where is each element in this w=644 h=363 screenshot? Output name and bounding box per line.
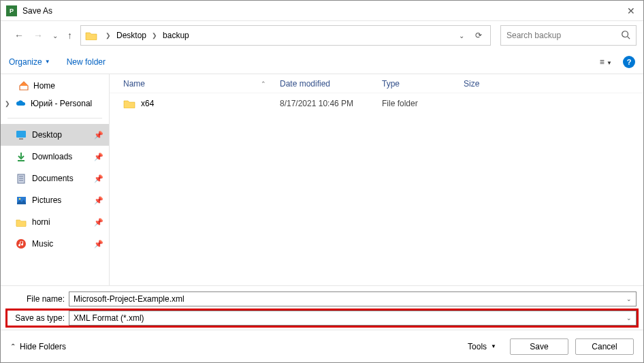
filename-label: File name: [7, 294, 69, 304]
svg-point-11 [16, 239, 26, 249]
separator [7, 118, 102, 119]
sidebar-item-desktop[interactable]: Desktop 📌 [1, 124, 109, 146]
tree-label: Home [33, 81, 105, 91]
app-icon: P [6, 5, 17, 16]
sidebar-item-downloads[interactable]: Downloads 📌 [1, 146, 109, 168]
main-area: Home ❯ Юрий - Personal Desktop 📌 Downloa… [1, 74, 643, 286]
save-form: File name: ⌄ Save as type: XML Format (*… [1, 286, 643, 330]
sidebar: Home ❯ Юрий - Personal Desktop 📌 Downloa… [1, 74, 110, 285]
sidebar-item-label: Pictures [32, 195, 88, 205]
breadcrumb-dropdown-icon[interactable]: ⌄ [459, 32, 464, 40]
view-options-icon[interactable]: ≡ ▼ [600, 57, 612, 67]
breadcrumb-part[interactable]: backup [160, 31, 192, 40]
hide-folders-button[interactable]: ⌃ Hide Folders [10, 342, 66, 351]
window-title: Save As [22, 6, 624, 16]
svg-rect-2 [16, 131, 26, 138]
refresh-icon[interactable]: ⟳ [475, 31, 482, 40]
tree-item-onedrive[interactable]: ❯ Юрий - Personal [1, 95, 109, 112]
column-name[interactable]: Name⌃ [123, 79, 280, 89]
onedrive-icon [16, 98, 27, 109]
svg-point-0 [622, 31, 628, 37]
sidebar-item-folder[interactable]: horni 📌 [1, 211, 109, 233]
filename-input[interactable] [74, 294, 626, 304]
breadcrumb[interactable]: ❯ Desktop ❯ backup ⌄ ⟳ [80, 25, 491, 46]
cancel-button[interactable]: Cancel [575, 338, 634, 355]
tools-menu[interactable]: Tools ▼ [468, 342, 496, 351]
file-pane: Name⌃ Date modified Type Size x64 8/17/2… [110, 74, 643, 285]
sidebar-item-pictures[interactable]: Pictures 📌 [1, 189, 109, 211]
chevron-right-icon[interactable]: ❯ [5, 100, 12, 107]
nav-bar: ← → ⌄ ↑ ❯ Desktop ❯ backup ⌄ ⟳ [1, 21, 643, 50]
savetype-value: XML Format (*.xml) [74, 313, 626, 323]
pin-icon: 📌 [94, 240, 103, 249]
forward-icon[interactable]: → [33, 30, 43, 41]
filename-field[interactable]: ⌄ [69, 291, 637, 306]
file-row[interactable]: x64 8/17/2021 10:46 PM File folder [110, 93, 643, 114]
up-icon[interactable]: ↑ [67, 30, 72, 41]
svg-line-1 [628, 36, 630, 39]
pictures-icon [16, 195, 27, 206]
sidebar-item-label: Documents [32, 174, 88, 183]
savetype-label: Save as type: [7, 313, 69, 323]
chevron-down-icon: ▼ [491, 343, 496, 349]
title-bar: P Save As ✕ [1, 1, 643, 21]
save-button[interactable]: Save [510, 338, 568, 355]
new-folder-button[interactable]: New folder [67, 57, 106, 67]
documents-icon [16, 173, 27, 184]
column-date[interactable]: Date modified [280, 79, 382, 89]
sort-asc-icon: ⌃ [261, 80, 266, 87]
tree-label: Юрий - Personal [31, 99, 105, 108]
sidebar-item-label: Downloads [32, 152, 88, 161]
sidebar-item-label: horni [32, 217, 88, 227]
sidebar-item-label: Music [32, 239, 88, 249]
help-icon[interactable]: ? [623, 56, 635, 68]
filename-row: File name: ⌄ [7, 291, 637, 306]
toolbar: Organize ▼ New folder ≡ ▼ ? [1, 50, 643, 74]
savetype-row: Save as type: XML Format (*.xml) ⌄ [7, 311, 637, 326]
svg-point-10 [18, 198, 20, 200]
folder-icon [123, 99, 135, 108]
organize-menu[interactable]: Organize ▼ [9, 57, 50, 67]
breadcrumb-part[interactable]: Desktop [114, 31, 149, 40]
column-headers: Name⌃ Date modified Type Size [110, 74, 643, 93]
pin-icon: 📌 [94, 196, 103, 205]
svg-rect-3 [19, 138, 23, 140]
new-folder-label: New folder [67, 57, 106, 67]
organize-label: Organize [9, 57, 42, 67]
savetype-field[interactable]: XML Format (*.xml) ⌄ [69, 311, 637, 326]
chevron-down-icon: ▼ [45, 59, 50, 65]
file-type: File folder [382, 99, 464, 108]
folder-icon [16, 217, 27, 227]
tools-label: Tools [468, 342, 487, 351]
recent-chevron-icon[interactable]: ⌄ [52, 32, 58, 40]
pin-icon: 📌 [94, 153, 103, 161]
column-type[interactable]: Type [382, 79, 464, 89]
close-icon[interactable]: ✕ [624, 5, 638, 16]
chevron-right-icon[interactable]: ❯ [103, 32, 114, 39]
chevron-up-icon: ⌃ [10, 343, 16, 350]
column-size[interactable]: Size [464, 79, 518, 89]
chevron-down-icon[interactable]: ⌄ [626, 296, 632, 302]
music-icon [16, 238, 27, 249]
tree-item-home[interactable]: Home [1, 77, 109, 95]
file-name: x64 [141, 99, 154, 108]
search-icon[interactable] [621, 30, 630, 42]
search-input[interactable] [506, 31, 621, 40]
hide-folders-label: Hide Folders [20, 342, 66, 351]
pin-icon: 📌 [94, 131, 103, 140]
home-icon [18, 80, 29, 91]
folder-icon [85, 31, 97, 40]
chevron-down-icon[interactable]: ⌄ [626, 315, 632, 321]
sidebar-item-label: Desktop [32, 130, 88, 140]
pin-icon: 📌 [94, 174, 103, 183]
pin-icon: 📌 [94, 218, 103, 227]
downloads-icon [16, 151, 27, 162]
file-date: 8/17/2021 10:46 PM [280, 99, 382, 108]
footer: ⌃ Hide Folders Tools ▼ Save Cancel [1, 330, 643, 362]
sidebar-item-documents[interactable]: Documents 📌 [1, 168, 109, 189]
chevron-right-icon[interactable]: ❯ [149, 32, 160, 39]
back-icon[interactable]: ← [14, 30, 24, 41]
desktop-icon [16, 129, 27, 140]
sidebar-item-music[interactable]: Music 📌 [1, 233, 109, 255]
search-box[interactable] [500, 25, 637, 46]
